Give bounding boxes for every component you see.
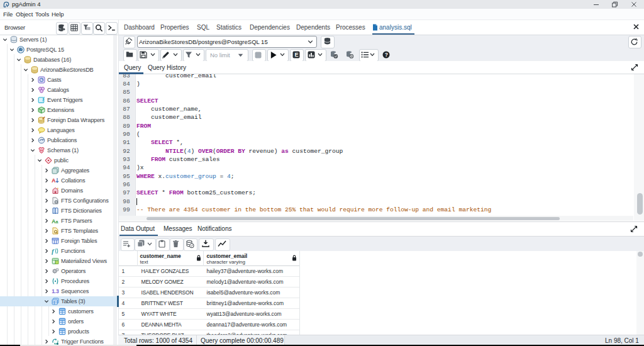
svg-text:E: E (294, 52, 298, 58)
svg-text:?: ? (385, 52, 388, 58)
